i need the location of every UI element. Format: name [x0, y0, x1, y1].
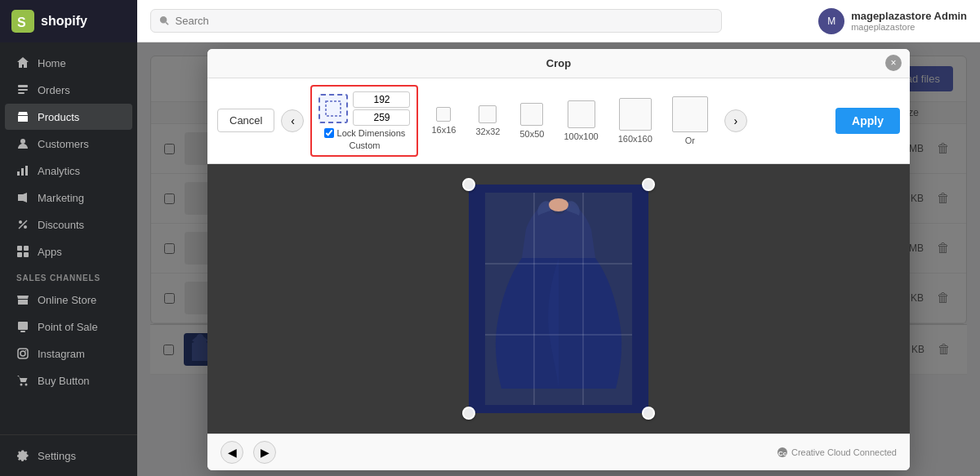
svg-rect-18: [18, 349, 28, 358]
products-icon: [16, 110, 29, 123]
sidebar-item-instagram[interactable]: Instagram: [5, 340, 132, 367]
preset-label: 160x160: [618, 134, 653, 144]
marketing-icon: [16, 191, 29, 204]
sidebar-item-online-store[interactable]: Online Store: [5, 287, 132, 313]
sidebar-item-marketing[interactable]: Marketing: [5, 185, 132, 211]
preset-thumb: [619, 98, 652, 131]
svg-rect-12: [17, 246, 22, 251]
svg-rect-6: [17, 171, 20, 176]
undo-button[interactable]: ◀: [220, 441, 243, 464]
crop-handle-tl[interactable]: [462, 178, 475, 191]
avatar: M: [818, 8, 844, 34]
sales-channels-label: SALES CHANNELS: [0, 265, 137, 286]
svg-point-10: [24, 225, 27, 229]
crop-handle-br[interactable]: [642, 407, 655, 420]
custom-crop-icon: [324, 100, 342, 118]
svg-text:Cc: Cc: [778, 450, 787, 457]
user-info: mageplazastore Admin mageplazastore: [851, 10, 967, 32]
sidebar-item-analytics[interactable]: Analytics: [5, 158, 132, 184]
cc-text: Creative Cloud Connected: [791, 447, 897, 457]
sidebar-nav: Home Orders Products Customers Analytics…: [0, 42, 137, 434]
instagram-icon: [16, 347, 29, 360]
preset-label: 16x16: [431, 125, 456, 135]
search-input[interactable]: [176, 15, 713, 27]
cancel-button[interactable]: Cancel: [217, 109, 274, 132]
apply-button[interactable]: Apply: [835, 108, 900, 134]
dress-image: [469, 185, 648, 413]
preset-16x16[interactable]: 16x16: [425, 104, 462, 138]
sidebar-item-label: Instagram: [38, 348, 85, 360]
sidebar-item-label: Settings: [38, 450, 76, 462]
customers-icon: [16, 137, 29, 150]
prev-button[interactable]: ‹: [281, 109, 304, 132]
preset-thumb: [568, 100, 595, 128]
app-name: shopify: [41, 14, 87, 29]
custom-width-input[interactable]: [353, 91, 410, 108]
buy-icon: [16, 374, 29, 387]
lock-dimensions-label: Lock Dimensions: [337, 128, 406, 138]
preset-thumb: [436, 107, 451, 122]
apps-icon: [16, 245, 29, 258]
svg-text:S: S: [17, 16, 26, 29]
sidebar-item-label: Online Store: [38, 294, 96, 306]
preset-32x32[interactable]: 32x32: [469, 102, 506, 140]
topbar: M mageplazastore Admin mageplazastore: [137, 0, 980, 42]
preset-50x50[interactable]: 50x50: [513, 100, 550, 142]
preset-100x100[interactable]: 100x100: [557, 97, 604, 145]
crop-modal: Crop × Cancel ‹: [207, 49, 910, 470]
redo-button[interactable]: ▶: [253, 441, 276, 464]
search-icon: [159, 16, 171, 27]
pos-icon: [16, 320, 29, 333]
topbar-right: M mageplazastore Admin mageplazastore: [818, 8, 967, 34]
settings-icon: [16, 449, 29, 462]
preset-or[interactable]: Or: [666, 93, 715, 149]
sidebar-item-buy-button[interactable]: Buy Button: [5, 367, 132, 394]
sidebar-item-label: Discounts: [38, 219, 84, 231]
sidebar-item-label: Analytics: [38, 165, 80, 177]
user-store: mageplazastore: [851, 22, 967, 32]
orders-icon: [16, 83, 29, 96]
sidebar-item-orders[interactable]: Orders: [5, 77, 132, 103]
sidebar-item-settings[interactable]: Settings: [5, 443, 132, 469]
cc-icon: Cc: [777, 447, 788, 458]
sidebar: S shopify Home Orders Products Customers…: [0, 0, 137, 476]
search-box[interactable]: [150, 9, 722, 33]
sidebar-item-label: Marketing: [38, 192, 84, 204]
lock-dimensions-checkbox[interactable]: [324, 128, 334, 138]
home-icon: [16, 56, 29, 69]
crop-canvas: [207, 164, 910, 434]
crop-bottom-toolbar: ◀ ▶ Cc Creative Cloud Connected: [207, 434, 910, 470]
sidebar-item-discounts[interactable]: Discounts: [5, 211, 132, 238]
svg-rect-15: [24, 252, 29, 257]
sidebar-logo: S shopify: [0, 0, 137, 42]
svg-rect-16: [18, 322, 28, 330]
custom-label-row: Lock Dimensions: [324, 128, 406, 138]
sidebar-item-label: Home: [38, 57, 66, 69]
svg-rect-8: [25, 166, 28, 176]
user-name: mageplazastore Admin: [851, 10, 967, 22]
sidebar-item-customers[interactable]: Customers: [5, 131, 132, 157]
sidebar-item-products[interactable]: Products: [5, 104, 132, 130]
preset-160x160[interactable]: 160x160: [612, 95, 659, 147]
svg-point-5: [20, 139, 25, 144]
sidebar-item-apps[interactable]: Apps: [5, 238, 132, 265]
preset-thumb: [672, 96, 708, 132]
preset-thumb: [479, 105, 497, 123]
svg-point-9: [19, 220, 22, 224]
crop-handle-tr[interactable]: [642, 178, 655, 191]
modal-close-button[interactable]: ×: [885, 55, 902, 71]
sidebar-item-label: Buy Button: [38, 375, 90, 387]
crop-handle-bl[interactable]: [462, 407, 475, 420]
modal-title: Crop: [546, 57, 571, 69]
cc-badge: Cc Creative Cloud Connected: [777, 447, 897, 458]
custom-size-box: Lock Dimensions Custom: [310, 85, 418, 157]
sidebar-item-label: Point of Sale: [38, 321, 98, 333]
next-button[interactable]: ›: [724, 109, 747, 132]
custom-size-inputs: [353, 91, 410, 126]
dress-svg: [485, 193, 632, 405]
svg-rect-3: [18, 89, 28, 91]
sidebar-item-home[interactable]: Home: [5, 50, 132, 76]
analytics-icon: [16, 164, 29, 177]
custom-height-input[interactable]: [353, 109, 410, 126]
sidebar-item-pos[interactable]: Point of Sale: [5, 314, 132, 340]
